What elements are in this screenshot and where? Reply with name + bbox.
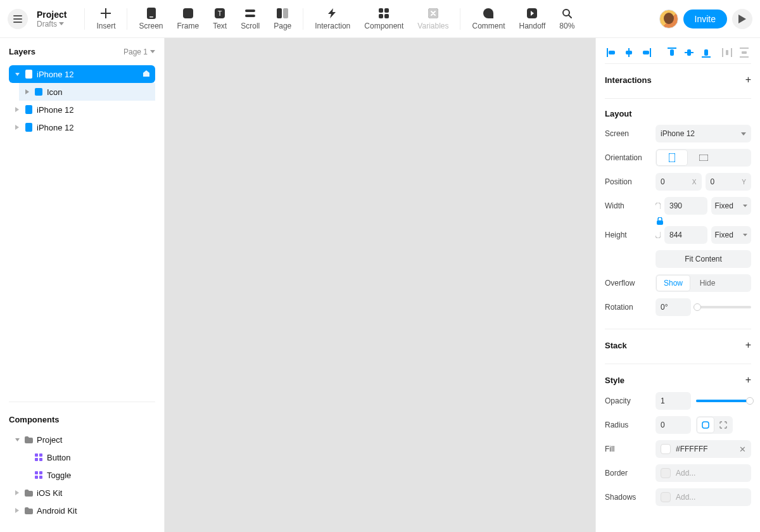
fill-control[interactable]: #FFFFFF ✕ [656,440,751,458]
radius-input[interactable] [656,416,691,434]
lock-aspect-button[interactable] [656,217,664,226]
comment-tool[interactable]: Comment [472,8,505,30]
folder-name: Android Kit [37,506,77,516]
radius-uniform[interactable] [697,417,714,433]
layer-row-iphone12[interactable]: iPhone 12 [9,101,155,118]
component-name: Button [47,453,71,462]
add-style-button[interactable]: + [745,374,751,386]
menu-button[interactable] [8,9,28,29]
radius-value[interactable] [661,421,680,429]
screen-select[interactable]: iPhone 12 [656,125,751,142]
component-folder-project[interactable]: Project [9,431,155,448]
canvas[interactable] [165,38,595,532]
opacity-input[interactable] [656,392,691,410]
svg-rect-52 [657,220,663,225]
width-sizing-select[interactable]: Fixed [711,197,752,215]
scroll-tool[interactable]: Scroll [241,8,260,30]
home-icon [142,70,150,77]
svg-rect-42 [702,56,711,58]
page-tool[interactable]: Page [274,8,291,30]
svg-rect-0 [13,15,22,16]
align-left-button[interactable] [605,46,618,60]
layout-section: Layout Screen iPhone 12 Orientation Posi… [596,99,760,329]
add-stack-button[interactable]: + [745,339,751,351]
align-bottom-button[interactable] [699,46,712,60]
fill-swatch[interactable] [661,444,671,454]
distribute-h-button[interactable] [721,46,734,60]
hamburger-icon [13,15,22,23]
fit-content-button[interactable]: Fit Content [656,250,751,268]
rotation-input[interactable] [656,298,691,316]
align-right-button[interactable] [639,46,652,60]
shadows-control[interactable]: Add... [656,488,751,506]
align-vcenter-button[interactable] [682,46,695,60]
folder-icon [25,490,33,497]
width-value[interactable] [669,201,688,210]
insert-tool[interactable]: Insert [96,8,115,30]
svg-rect-1 [13,18,22,20]
distribute-v-button[interactable] [738,46,751,60]
radius-independent[interactable] [715,417,732,433]
zoom-tool[interactable]: 80% [559,8,574,30]
component-toggle[interactable]: Toggle [19,466,155,484]
height-value[interactable] [669,231,688,239]
landscape-icon [699,155,708,161]
page-selector[interactable]: Page 1 [124,48,155,56]
frame-tool[interactable]: Frame [177,8,200,30]
interaction-tool[interactable]: Interaction [315,8,350,30]
page-icon [277,8,288,18]
width-input[interactable] [664,197,707,215]
variables-tool[interactable]: Variables [417,8,448,30]
align-hcenter-icon [624,48,634,57]
position-x-input[interactable]: X [656,173,702,191]
component-folder-ios[interactable]: iOS Kit [9,484,155,502]
component-button[interactable]: Button [19,448,155,466]
orientation-toggle[interactable] [656,149,751,167]
project-folder-dropdown[interactable]: Drafts [37,20,66,28]
preview-button[interactable] [732,9,752,29]
overflow-show[interactable]: Show [657,276,690,291]
layer-row-iphone12[interactable]: iPhone 12 [9,65,155,83]
orientation-landscape[interactable] [688,150,719,165]
svg-rect-31 [39,476,42,479]
layer-row-icon[interactable]: Icon [19,83,155,101]
portrait-icon [669,153,675,162]
avatar[interactable] [659,10,678,28]
text-icon: T [215,8,225,18]
screen-tool[interactable]: Screen [139,8,163,30]
chevron-down-icon [743,205,747,207]
overflow-hide[interactable]: Hide [691,276,724,291]
rotation-slider[interactable] [696,306,751,308]
interactions-title: Interactions [605,75,652,85]
handoff-tool[interactable]: Handoff [519,8,546,30]
align-hcenter-button[interactable] [622,46,635,60]
position-label: Position [605,177,650,186]
opacity-value[interactable] [661,396,680,405]
height-sizing-select[interactable]: Fixed [711,226,752,244]
svg-rect-47 [740,48,749,49]
opacity-slider[interactable] [696,400,751,402]
height-input[interactable] [664,226,707,244]
radius-corners-icon [719,421,727,429]
rotation-value[interactable] [661,303,680,312]
component-tool[interactable]: Component [364,8,403,30]
position-x-value[interactable] [661,177,680,186]
add-interaction-button[interactable]: + [745,74,751,86]
align-top-button[interactable] [665,46,678,60]
invite-button[interactable]: Invite [683,10,727,28]
layer-row-iphone12[interactable]: iPhone 12 [9,118,155,136]
component-folder-android[interactable]: Android Kit [9,502,155,519]
orientation-portrait[interactable] [657,150,687,165]
position-y-input[interactable]: Y [706,173,752,191]
layer-tree: iPhone 12 Icon iPhone 12 iPhone 12 [0,63,164,142]
text-tool[interactable]: T Text [213,8,227,30]
radius-mode-toggle[interactable] [696,416,733,434]
layers-header: Layers Page 1 [0,38,164,63]
overflow-toggle[interactable]: Show Hide [656,274,751,292]
align-right-icon [641,48,651,57]
position-y-value[interactable] [711,177,730,186]
folder-icon [25,436,33,443]
remove-fill-button[interactable]: ✕ [739,445,746,454]
components-tree: Project Button Toggle iOS Kit Android Ki [0,428,164,532]
border-control[interactable]: Add... [656,464,751,482]
